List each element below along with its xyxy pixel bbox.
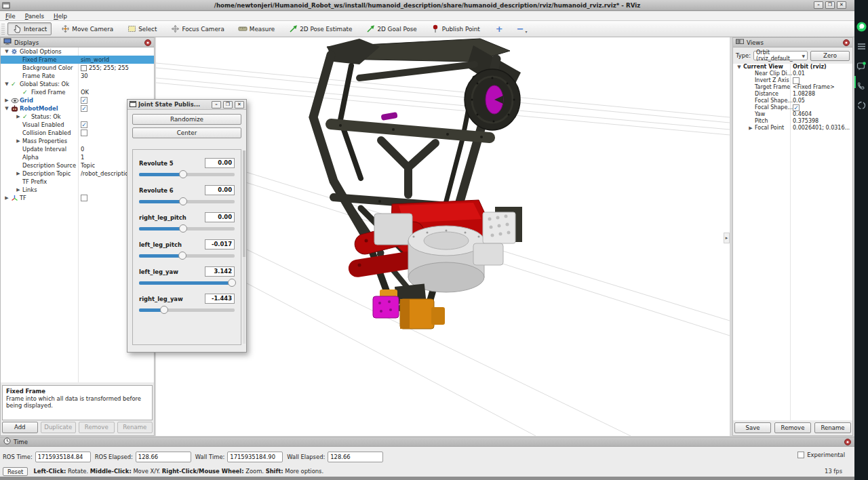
time-panel-header[interactable]: Time: [0, 437, 854, 447]
time-close-icon[interactable]: [844, 439, 851, 445]
menu-help[interactable]: Help: [54, 13, 67, 20]
dialog-close-button[interactable]: ✕: [235, 101, 244, 108]
displays-close-icon[interactable]: [144, 39, 151, 46]
center-button[interactable]: Center: [132, 127, 241, 138]
minimize-button[interactable]: –: [814, 1, 823, 9]
tool-focus-camera[interactable]: Focus Camera: [165, 22, 229, 35]
status-icon[interactable]: [856, 100, 867, 111]
menu-panels[interactable]: Panels: [25, 13, 44, 20]
tool-publish-point[interactable]: Publish Point: [426, 22, 485, 35]
joint-slider-handle[interactable]: [179, 224, 187, 233]
tree-row[interactable]: ▼Global Options: [1, 47, 154, 56]
expand-icon[interactable]: ▶: [3, 194, 11, 202]
joint-slider-track[interactable]: [139, 200, 235, 203]
tree-row[interactable]: Invert Z Axis: [733, 77, 852, 84]
views-save-button[interactable]: Save: [734, 422, 771, 433]
joint-value-field[interactable]: 0.00: [205, 158, 235, 168]
color-swatch[interactable]: [81, 65, 87, 71]
expand-icon[interactable]: ▶: [14, 169, 22, 178]
remove-tool-button[interactable]: −: [510, 24, 531, 34]
dialog-maximize-button[interactable]: ❒: [223, 101, 233, 108]
tree-row[interactable]: ▼Current ViewOrbit (rviz): [733, 64, 852, 71]
joint-value-field[interactable]: 0.00: [205, 212, 235, 222]
tree-row[interactable]: ▼✓Global Status: Ok: [1, 80, 154, 88]
expand-icon[interactable]: ▶: [14, 113, 22, 121]
joint-slider-handle[interactable]: [179, 170, 187, 178]
time-field-input[interactable]: 128.66: [136, 452, 191, 462]
checkbox[interactable]: ✓: [793, 104, 800, 111]
tool-measure[interactable]: Measure: [233, 22, 279, 35]
tree-row[interactable]: ▶Focal Point0.0026401; 0.0316...: [733, 125, 852, 132]
joint-value-field[interactable]: -0.017: [205, 239, 235, 249]
time-field-input[interactable]: 128.66: [328, 452, 383, 462]
expand-icon[interactable]: ▶: [14, 137, 22, 145]
checkbox[interactable]: ✓: [81, 105, 87, 112]
randomize-button[interactable]: Randomize: [132, 114, 241, 125]
checkbox[interactable]: [81, 129, 87, 136]
dialog-minimize-button[interactable]: –: [212, 101, 221, 108]
joint-slider-track[interactable]: [139, 308, 235, 312]
views-rename-button[interactable]: Rename: [814, 422, 851, 433]
checkbox[interactable]: [793, 77, 800, 84]
zero-button[interactable]: Zero: [810, 51, 850, 61]
views-remove-button[interactable]: Remove: [774, 422, 811, 433]
tool-move-camera[interactable]: Move Camera: [56, 22, 118, 35]
expand-icon[interactable]: ▶: [747, 125, 755, 132]
calls-icon[interactable]: [856, 81, 867, 91]
time-field-input[interactable]: 1715935184.90: [227, 452, 283, 462]
joint-slider-track[interactable]: [139, 281, 235, 285]
views-panel-header[interactable]: Views: [733, 38, 852, 47]
joint-slider-handle[interactable]: [160, 306, 168, 314]
tool-goal-pose[interactable]: 2D Goal Pose: [361, 22, 421, 35]
tree-row[interactable]: Pitch0.375398: [733, 118, 852, 125]
dialog-scrollbar[interactable]: [243, 151, 245, 344]
toolbar-grip[interactable]: [1, 24, 5, 35]
tree-row[interactable]: Background Color255; 255; 255: [1, 64, 154, 72]
collapse-icon[interactable]: ▼: [3, 104, 11, 113]
views-close-icon[interactable]: [843, 39, 850, 46]
tool-pose-estimate[interactable]: 2D Pose Estimate: [283, 22, 357, 35]
tree-row[interactable]: Fixed Framesim_world: [1, 56, 154, 64]
tree-row[interactable]: Frame Rate30: [1, 72, 154, 80]
menu-file[interactable]: File: [5, 13, 16, 20]
joint-slider-handle[interactable]: [179, 197, 187, 205]
joint-value-field[interactable]: 0.00: [205, 185, 235, 195]
tree-row[interactable]: Near Clip Di...0.01: [733, 71, 852, 77]
tree-row[interactable]: Distance1.08288: [733, 91, 852, 98]
collapse-icon[interactable]: ▼: [735, 64, 743, 71]
close-button[interactable]: ✕: [837, 1, 846, 9]
collapse-icon[interactable]: ▼: [3, 80, 11, 88]
collapse-icon[interactable]: ▼: [3, 47, 11, 56]
joint-slider-handle[interactable]: [228, 279, 236, 287]
expand-icon[interactable]: ▶: [3, 96, 11, 104]
displays-panel-header[interactable]: Displays: [1, 38, 154, 47]
checkbox[interactable]: [81, 195, 87, 201]
tree-row[interactable]: Focal Shape...0.05: [733, 98, 852, 104]
joint-slider-track[interactable]: [139, 173, 235, 176]
chats-icon[interactable]: [856, 61, 867, 71]
expand-icon[interactable]: ▶: [14, 186, 22, 194]
title-bar[interactable]: /home/newtonjeri/Humanoid_Robot_ws/insta…: [0, 0, 854, 11]
tool-interact[interactable]: Interact: [7, 22, 52, 35]
add-button[interactable]: Add: [2, 422, 38, 433]
tree-row[interactable]: ✓Fixed FrameOK: [1, 88, 154, 96]
tree-row[interactable]: Yaw0.4604: [733, 111, 852, 118]
joint-value-field[interactable]: -1.443: [205, 294, 235, 304]
joint-slider-track[interactable]: [139, 254, 235, 258]
joint-slider-handle[interactable]: [178, 252, 186, 260]
view-type-select[interactable]: Orbit (rviz_default_ ▼: [753, 51, 808, 60]
checkbox[interactable]: ✓: [81, 121, 87, 128]
experimental-checkbox[interactable]: [797, 452, 804, 458]
joint-value-field[interactable]: 3.142: [205, 266, 235, 277]
checkbox[interactable]: ✓: [81, 97, 87, 104]
add-tool-button[interactable]: +: [489, 24, 510, 34]
tree-row[interactable]: Focal Shape...✓: [733, 104, 852, 111]
reset-button[interactable]: Reset: [3, 467, 28, 476]
tree-row[interactable]: Target Frame<Fixed Frame>: [733, 84, 852, 91]
whatsapp-icon[interactable]: [856, 22, 867, 32]
menu-icon[interactable]: [856, 41, 867, 52]
panel-collapse-handle[interactable]: ▸: [724, 233, 730, 243]
maximize-button[interactable]: ❒: [825, 1, 835, 9]
joint-slider-track[interactable]: [139, 227, 235, 231]
tool-select[interactable]: Select: [122, 22, 161, 35]
